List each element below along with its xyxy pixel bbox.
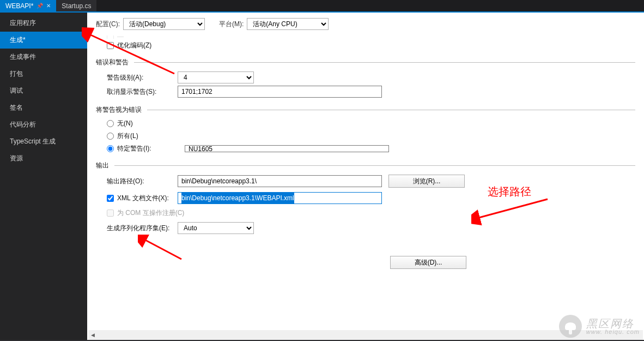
treat-specific-input[interactable] bbox=[185, 145, 389, 152]
serializer-row: 生成序列化程序集(E): Auto bbox=[96, 222, 635, 234]
com-register-label: 为 COM 互操作注册(C) bbox=[117, 208, 184, 218]
warning-level-select[interactable]: 4 bbox=[178, 71, 254, 83]
treat-none-row[interactable]: 无(N) bbox=[96, 119, 635, 128]
optimize-check[interactable]: 优化编码(Z) bbox=[107, 41, 151, 50]
sidebar-item-app[interactable]: 应用程序 bbox=[0, 15, 87, 32]
suppress-warnings-label: 取消显示警告(S): bbox=[107, 87, 178, 97]
close-icon[interactable]: ✕ bbox=[46, 3, 51, 9]
xml-doc-input[interactable]: bin\Debug\netcoreapp3.1\WEBAPI.xml bbox=[178, 192, 382, 204]
section-treat-as-errors: 将警告视为错误 bbox=[96, 105, 635, 115]
xml-doc-value: bin\Debug\netcoreapp3.1\WEBAPI.xml bbox=[181, 193, 294, 204]
com-register-row: 为 COM 互操作注册(C) bbox=[96, 208, 635, 218]
serializer-label: 生成序列化程序集(E): bbox=[107, 224, 178, 233]
section-label: 将警告视为错误 bbox=[96, 105, 142, 115]
tab-startup[interactable]: Startup.cs bbox=[56, 0, 96, 11]
horizontal-scrollbar[interactable]: ◀ bbox=[88, 330, 643, 340]
tab-label: Startup.cs bbox=[62, 2, 91, 10]
platform-label: 平台(M): bbox=[219, 20, 244, 29]
treat-specific-radio[interactable] bbox=[107, 145, 114, 152]
treat-specific-row[interactable]: 特定警告(I): bbox=[96, 144, 635, 153]
optimize-row: 优化编码(Z) bbox=[96, 41, 635, 50]
suppress-warnings-row: 取消显示警告(S): bbox=[96, 86, 635, 98]
sidebar-item-build-events[interactable]: 生成事件 bbox=[0, 49, 87, 65]
divider bbox=[134, 62, 635, 63]
output-path-label: 输出路径(O): bbox=[107, 177, 178, 186]
serializer-select[interactable]: Auto bbox=[178, 222, 254, 234]
config-label: 配置(C): bbox=[96, 20, 120, 29]
sidebar-item-resources[interactable]: 资源 bbox=[0, 150, 87, 167]
com-register-check: 为 COM 互操作注册(C) bbox=[107, 208, 184, 218]
treat-all-radio[interactable] bbox=[107, 133, 114, 140]
suppress-warnings-input[interactable] bbox=[178, 86, 382, 98]
truncated-row: — bbox=[96, 35, 635, 39]
config-select[interactable]: 活动(Debug) bbox=[123, 18, 205, 30]
topbar: 配置(C): 活动(Debug) 平台(M): 活动(Any CPU) bbox=[87, 13, 644, 35]
section-errors-warnings: 错误和警告 bbox=[96, 58, 635, 67]
platform-label-wrap: 平台(M): 活动(Any CPU) bbox=[219, 18, 329, 30]
content: 配置(C): 活动(Debug) 平台(M): 活动(Any CPU) — bbox=[87, 13, 644, 340]
warning-level-row: 警告级别(A): 4 bbox=[96, 71, 635, 83]
output-path-input[interactable] bbox=[178, 175, 382, 187]
sidebar-item-ts-build[interactable]: TypeScript 生成 bbox=[0, 133, 87, 150]
platform-select[interactable]: 活动(Any CPU) bbox=[247, 18, 329, 30]
optimize-label: 优化编码(Z) bbox=[117, 41, 151, 50]
section-output: 输出 bbox=[96, 161, 635, 170]
browse-button[interactable]: 浏览(R)... bbox=[388, 175, 465, 188]
xml-doc-check[interactable]: XML 文档文件(X): bbox=[107, 194, 178, 203]
advanced-row: 高级(D)... bbox=[96, 256, 635, 269]
truncated-checkbox[interactable] bbox=[107, 35, 114, 39]
output-block: 输出路径(O): 浏览(R)... XML 文档文件(X): bin\Debug… bbox=[96, 175, 635, 234]
scroll-left-icon[interactable]: ◀ bbox=[88, 331, 98, 340]
config-label-wrap: 配置(C): 活动(Debug) bbox=[96, 18, 205, 30]
treat-none-radio[interactable] bbox=[107, 120, 114, 127]
sidebar-item-signing[interactable]: 签名 bbox=[0, 99, 87, 116]
main-split: 应用程序 生成* 生成事件 打包 调试 签名 代码分析 TypeScript 生… bbox=[0, 13, 644, 340]
warning-level-label: 警告级别(A): bbox=[107, 73, 178, 82]
treat-specific-label: 特定警告(I): bbox=[117, 144, 181, 153]
optimize-checkbox[interactable] bbox=[107, 42, 114, 49]
advanced-button[interactable]: 高级(D)... bbox=[390, 256, 466, 269]
section-label: 输出 bbox=[96, 161, 109, 170]
tab-label: WEBAPI* bbox=[5, 2, 33, 10]
treat-all-label: 所有(L) bbox=[117, 131, 138, 141]
form-area: — 优化编码(Z) 错误和警告 警告级别(A): 4 取消显示警告 bbox=[87, 35, 644, 340]
tab-strip-fill bbox=[96, 0, 644, 11]
sidebar: 应用程序 生成* 生成事件 打包 调试 签名 代码分析 TypeScript 生… bbox=[0, 13, 87, 340]
treat-none-label: 无(N) bbox=[117, 119, 133, 128]
sidebar-item-code-analysis[interactable]: 代码分析 bbox=[0, 116, 87, 133]
com-register-checkbox bbox=[107, 210, 114, 217]
sidebar-item-build[interactable]: 生成* bbox=[0, 32, 87, 49]
xml-doc-checkbox[interactable] bbox=[107, 195, 114, 202]
xml-doc-row: XML 文档文件(X): bin\Debug\netcoreapp3.1\WEB… bbox=[96, 192, 635, 204]
pin-icon[interactable]: 📌 bbox=[37, 3, 43, 9]
xml-doc-label: XML 文档文件(X): bbox=[117, 194, 169, 203]
output-path-row: 输出路径(O): 浏览(R)... bbox=[96, 175, 635, 188]
sidebar-item-debug[interactable]: 调试 bbox=[0, 82, 87, 99]
treat-all-row[interactable]: 所有(L) bbox=[96, 131, 635, 141]
tab-strip: WEBAPI* 📌 ✕ Startup.cs bbox=[0, 0, 644, 13]
section-label: 错误和警告 bbox=[96, 58, 129, 67]
divider bbox=[114, 165, 635, 166]
divider bbox=[147, 110, 635, 110]
sidebar-item-package[interactable]: 打包 bbox=[0, 65, 87, 82]
tab-webapi[interactable]: WEBAPI* 📌 ✕ bbox=[0, 0, 56, 11]
